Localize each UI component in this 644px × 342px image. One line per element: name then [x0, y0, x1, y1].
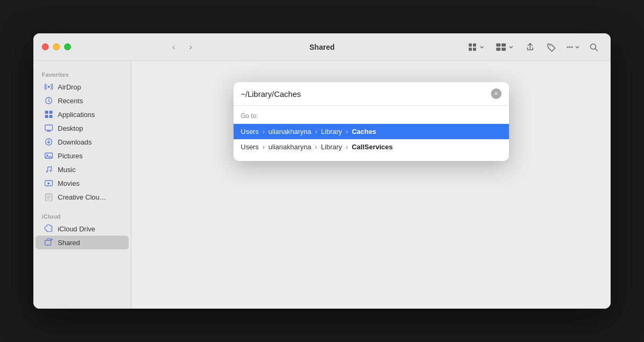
sidebar-item-airdrop[interactable]: AirDrop: [35, 80, 129, 94]
downloads-label: Downloads: [58, 138, 92, 146]
svg-rect-2: [469, 48, 472, 51]
sidebar-item-music[interactable]: Music: [35, 163, 129, 176]
minimize-button[interactable]: [53, 43, 60, 50]
sep2-icon-1: ›: [262, 143, 264, 151]
svg-point-25: [50, 170, 51, 172]
sep2-icon-2: ›: [315, 143, 317, 151]
favorites-label: Favorites: [33, 67, 131, 80]
pictures-label: Pictures: [58, 152, 83, 160]
sidebar-item-shared[interactable]: Shared: [35, 236, 129, 249]
music-icon: [44, 165, 53, 174]
shared-label: Shared: [58, 239, 80, 247]
shared-icon: [44, 238, 53, 247]
sidebar-item-movies[interactable]: Movies: [35, 176, 129, 190]
icloud-drive-label: iCloud Drive: [58, 225, 95, 233]
svg-point-10: [567, 46, 569, 48]
window-title: Shared: [309, 43, 334, 51]
icloud-drive-icon: [44, 224, 53, 233]
group-button[interactable]: [493, 39, 517, 56]
svg-rect-32: [51, 239, 52, 240]
goto-input[interactable]: [241, 89, 487, 98]
more-button[interactable]: [564, 39, 581, 56]
svg-point-11: [569, 46, 571, 48]
desktop-icon: [44, 123, 53, 133]
goto-body: Go to: Users › ulianakharyna › Library ›…: [234, 106, 509, 161]
sidebar-item-downloads[interactable]: Downloads: [35, 135, 129, 149]
svg-rect-18: [45, 111, 48, 114]
pictures-icon: [44, 151, 53, 160]
sidebar-item-applications[interactable]: Applications: [35, 107, 129, 121]
downloads-icon: [44, 137, 53, 147]
svg-rect-1: [473, 43, 476, 47]
creative-cloud-icon: [44, 192, 53, 202]
icloud-label: iCloud: [33, 209, 131, 222]
svg-rect-7: [502, 48, 506, 51]
result-path-2: ulianakharyna: [269, 128, 311, 136]
result-path-1: Users: [241, 128, 259, 136]
sep-icon-2: ›: [315, 128, 317, 136]
forward-button[interactable]: ›: [183, 40, 198, 55]
sidebar-item-icloud-drive[interactable]: iCloud Drive: [35, 222, 129, 236]
main-content: Favorites AirDrop: [33, 61, 611, 309]
result-path-3: Library: [321, 128, 342, 136]
recents-icon: [44, 96, 53, 105]
share-button[interactable]: [522, 39, 539, 56]
toolbar-tools: [464, 39, 602, 56]
svg-rect-17: [49, 115, 52, 118]
search-button[interactable]: [585, 39, 602, 56]
applications-icon: [44, 110, 53, 119]
svg-rect-5: [502, 43, 506, 47]
sidebar-item-desktop[interactable]: Desktop: [35, 121, 129, 135]
svg-rect-0: [469, 43, 472, 47]
applications-label: Applications: [58, 111, 95, 119]
goto-label: Go to:: [234, 110, 509, 124]
content-area: × Go to: Users › ulianakharyna › Library…: [131, 61, 611, 309]
finder-window: ‹ › Shared: [33, 33, 611, 309]
titlebar: ‹ › Shared: [33, 33, 611, 61]
airdrop-label: AirDrop: [58, 83, 81, 91]
goto-clear-button[interactable]: ×: [491, 88, 502, 99]
sidebar-item-recents[interactable]: Recents: [35, 94, 129, 107]
svg-rect-4: [496, 43, 500, 47]
result-bold-callservices: CallServices: [352, 143, 392, 151]
airdrop-icon: [44, 82, 53, 92]
svg-rect-6: [496, 48, 500, 51]
svg-rect-20: [45, 125, 52, 130]
sep-icon-3: ›: [346, 128, 348, 136]
goto-dialog: × Go to: Users › ulianakharyna › Library…: [234, 82, 509, 161]
svg-rect-31: [45, 240, 51, 245]
maximize-button[interactable]: [64, 43, 71, 50]
close-button[interactable]: [42, 43, 49, 50]
svg-rect-3: [473, 48, 476, 51]
sidebar: Favorites AirDrop: [33, 61, 131, 309]
result-bold-caches: Caches: [352, 128, 376, 136]
desktop-label: Desktop: [58, 124, 83, 132]
result2-path-3: Library: [321, 143, 342, 151]
view-grid-button[interactable]: [464, 39, 488, 56]
music-label: Music: [58, 166, 76, 174]
sep2-icon-3: ›: [346, 143, 348, 151]
svg-point-24: [46, 171, 48, 173]
traffic-lights: [42, 43, 71, 50]
sidebar-item-pictures[interactable]: Pictures: [35, 149, 129, 163]
goto-input-row: ×: [234, 82, 509, 106]
back-button[interactable]: ‹: [166, 40, 181, 55]
sep-icon-1: ›: [262, 128, 264, 136]
creative-cloud-label: Creative Clou…: [58, 193, 106, 201]
svg-point-12: [571, 46, 573, 48]
nav-buttons: ‹ ›: [166, 40, 198, 55]
tag-button[interactable]: [543, 39, 560, 56]
sidebar-item-creative-cloud[interactable]: Creative Clou…: [35, 190, 129, 204]
movies-icon: [44, 178, 53, 188]
svg-rect-16: [45, 115, 48, 118]
recents-label: Recents: [58, 97, 83, 105]
result2-path-1: Users: [241, 143, 259, 151]
result2-path-2: ulianakharyna: [269, 143, 311, 151]
goto-result-caches[interactable]: Users › ulianakharyna › Library › Caches: [234, 124, 509, 139]
goto-result-callservices[interactable]: Users › ulianakharyna › Library › CallSe…: [234, 139, 509, 155]
svg-rect-19: [49, 111, 52, 114]
svg-point-9: [550, 45, 551, 46]
clear-icon: ×: [494, 90, 498, 97]
movies-label: Movies: [58, 179, 79, 187]
svg-line-14: [595, 49, 597, 51]
